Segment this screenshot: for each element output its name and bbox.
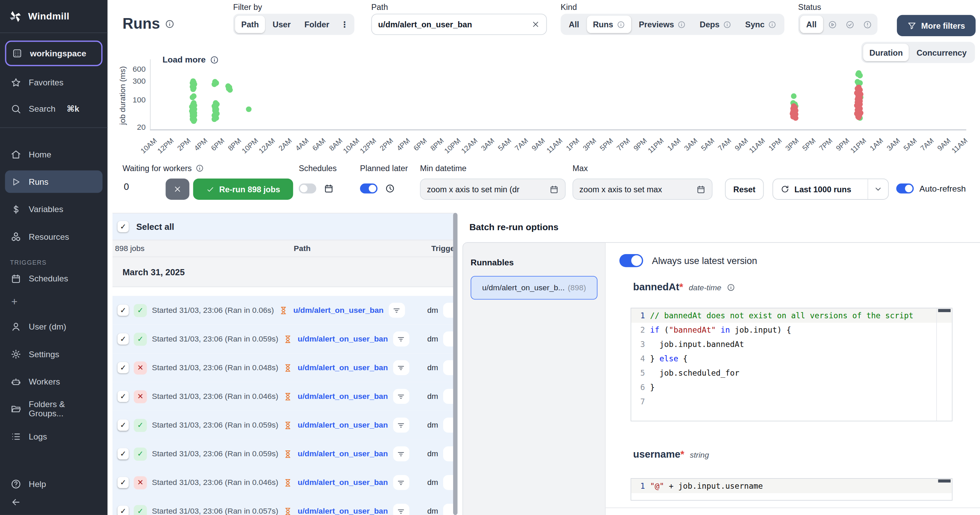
last-runs-button[interactable]: Last 1000 runs — [773, 179, 868, 199]
table-row[interactable]: ✓✓Started 31/03, 23:06 (Ran in 0.06s)u/d… — [113, 296, 455, 325]
filter-by-path-button[interactable] — [393, 331, 409, 347]
runs-info-icon[interactable] — [165, 19, 174, 29]
collapse-sidebar-button[interactable] — [5, 494, 103, 510]
code-line[interactable]: 3 job.input.bannedAt — [631, 337, 952, 352]
info-icon[interactable] — [727, 283, 735, 291]
job-dot-success[interactable] — [212, 81, 217, 87]
status-tab-running[interactable] — [824, 16, 840, 33]
status-tab-success[interactable] — [842, 16, 858, 33]
kind-tab-runs[interactable]: Runs — [587, 16, 632, 33]
sidebar-item-variables[interactable]: Variables — [5, 199, 103, 219]
filter-by-path-button[interactable] — [393, 446, 409, 461]
runnable-item[interactable]: u/dm/alert_on_user_b... (898) — [471, 276, 597, 299]
filter-tab-path[interactable]: Path — [235, 16, 265, 33]
row-checkbox[interactable]: ✓ — [118, 419, 129, 431]
editor-hscrollbar[interactable] — [938, 309, 951, 312]
job-dot-failure[interactable] — [856, 115, 862, 120]
code-line[interactable]: 5 job.scheduled_for — [631, 366, 952, 380]
kind-tab-all[interactable]: All — [563, 16, 585, 33]
status-tab-failure[interactable] — [859, 16, 876, 33]
table-row[interactable]: ✓✓Started 31/03, 23:06 (Ran in 0.059s)u/… — [113, 411, 455, 439]
code-line[interactable]: 4} else { — [631, 352, 952, 366]
sidebar-item-schedules[interactable]: Schedules — [5, 268, 103, 288]
sidebar-item-favorites[interactable]: Favorites — [5, 72, 103, 92]
bannedAt-code-editor[interactable]: 1// bannedAt does not exist on all versi… — [630, 308, 952, 422]
filter-tab-user[interactable]: User — [266, 16, 297, 33]
sidebar-item-user[interactable]: User (dm) — [5, 317, 103, 336]
row-checkbox[interactable]: ✓ — [118, 506, 129, 515]
calendar-icon[interactable] — [549, 184, 559, 193]
code-line[interactable]: 6} — [631, 380, 952, 395]
row-checkbox[interactable]: ✓ — [118, 477, 129, 488]
sidebar-item-help[interactable]: Help — [5, 474, 103, 493]
job-dot-success[interactable] — [213, 104, 218, 109]
table-row[interactable]: ✓✓Started 31/03, 23:06 (Ran in 0.057s)u/… — [113, 497, 455, 515]
job-dot-success[interactable] — [246, 106, 251, 112]
always-latest-toggle[interactable] — [619, 254, 643, 267]
clock-icon[interactable] — [385, 184, 395, 193]
code-line[interactable]: 1"@" + job.input.username — [631, 479, 952, 493]
code-line[interactable]: 7 — [631, 395, 952, 409]
job-path-link[interactable]: u/dm/alert_on_user_ban — [298, 421, 388, 429]
job-dot-success[interactable] — [212, 117, 217, 122]
info-icon[interactable] — [196, 164, 204, 173]
username-code-editor[interactable]: 1"@" + job.input.username — [630, 478, 952, 501]
filter-tab-folder[interactable]: Folder — [298, 16, 336, 33]
runs-range-dropdown[interactable] — [868, 179, 888, 199]
row-action-button[interactable] — [443, 446, 455, 461]
filter-by-path-button[interactable] — [393, 418, 409, 433]
duration-tab[interactable]: Duration — [863, 44, 909, 61]
sidebar-item-home[interactable]: Home — [5, 144, 103, 164]
max-datetime-input[interactable]: zoom x axis to set max — [573, 179, 712, 200]
job-dot-success[interactable] — [191, 106, 196, 112]
sidebar-item-logs[interactable]: Logs — [5, 426, 103, 446]
filter-by-path-button[interactable] — [393, 389, 409, 404]
filter-by-path-button[interactable] — [393, 360, 409, 375]
row-action-button[interactable] — [443, 504, 455, 515]
sidebar-item-search[interactable]: Search ⌘k — [5, 99, 103, 119]
row-action-button[interactable] — [443, 475, 455, 490]
add-trigger-button[interactable]: + — [5, 295, 103, 310]
row-action-button[interactable] — [443, 418, 455, 433]
schedules-toggle[interactable] — [299, 184, 316, 193]
kind-tab-sync[interactable]: Sync — [739, 16, 783, 33]
job-dot-success[interactable] — [227, 87, 232, 93]
job-path-link[interactable]: u/dm/alert_on_user_ban — [298, 335, 388, 344]
job-path-link[interactable]: u/dm/alert_on_user_ban — [298, 363, 388, 372]
job-dot-success[interactable] — [791, 93, 797, 99]
sidebar-item-resources[interactable]: Resources — [5, 227, 103, 246]
min-datetime-input[interactable]: zoom x axis to set min (dr — [420, 179, 566, 200]
code-line[interactable]: 2if ("bannedAt" in job.input) { — [631, 323, 952, 337]
workspace-selector[interactable]: workingspace — [5, 41, 103, 66]
row-checkbox[interactable]: ✓ — [118, 448, 129, 460]
row-action-button[interactable] — [443, 360, 455, 375]
table-row[interactable]: ✓✓Started 31/03, 23:06 (Ran in 0.059s)u/… — [113, 325, 455, 353]
auto-refresh-toggle[interactable] — [896, 184, 914, 193]
row-action-button[interactable] — [443, 389, 455, 404]
rerun-jobs-button[interactable]: Re-run 898 jobs — [193, 179, 293, 200]
calendar-icon[interactable] — [696, 184, 705, 193]
filter-by-path-button[interactable] — [388, 303, 405, 318]
calendar-icon[interactable] — [324, 184, 334, 193]
sidebar-item-runs[interactable]: Runs — [5, 170, 103, 193]
sidebar-item-folders-groups[interactable]: Folders & Groups... — [5, 399, 103, 419]
filter-by-path-button[interactable] — [393, 475, 409, 490]
row-action-button[interactable] — [443, 303, 455, 318]
sidebar-item-settings[interactable]: Settings — [5, 344, 103, 364]
editor-hscrollbar[interactable] — [938, 480, 951, 483]
job-path-link[interactable]: u/dm/alert_on_user_ban — [298, 449, 388, 458]
path-input[interactable]: u/dm/alert_on_user_ban — [371, 14, 547, 35]
sidebar-item-workers[interactable]: Workers — [5, 372, 103, 391]
table-scrollbar[interactable] — [453, 213, 458, 515]
clear-path-icon[interactable] — [531, 20, 540, 29]
table-row[interactable]: ✓✓Started 31/03, 23:06 (Ran in 0.059s)u/… — [113, 439, 455, 468]
job-dot-success[interactable] — [191, 118, 196, 124]
cancel-selection-button[interactable] — [165, 179, 189, 200]
row-action-button[interactable] — [443, 331, 455, 347]
filter-by-path-button[interactable] — [393, 504, 409, 515]
row-checkbox[interactable]: ✓ — [118, 362, 129, 373]
more-filters-button[interactable]: More filters — [897, 15, 975, 36]
job-dot-failure[interactable] — [792, 115, 798, 120]
row-checkbox[interactable]: ✓ — [118, 333, 129, 345]
job-dot-success[interactable] — [857, 73, 862, 79]
